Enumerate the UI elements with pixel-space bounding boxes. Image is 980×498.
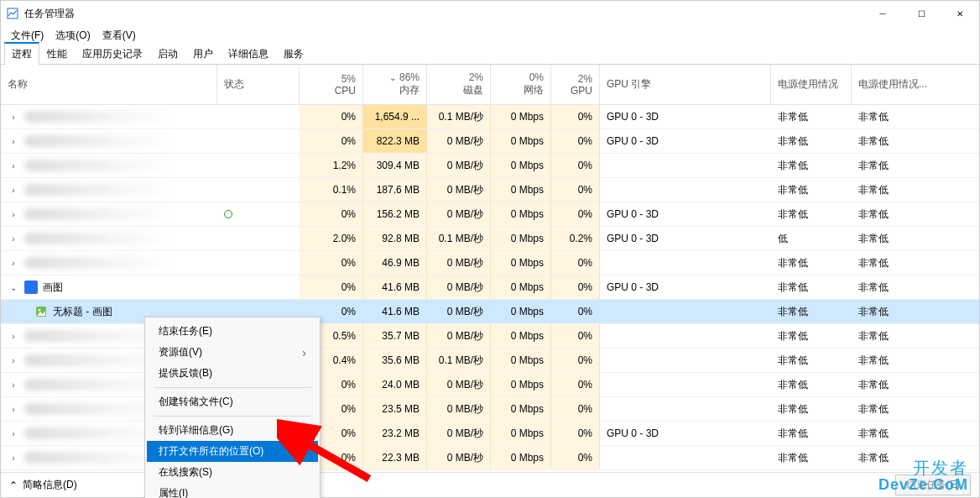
table-row[interactable]: ›1.2%309.4 MB0 MB/秒0 Mbps0%非常低非常低 (1, 154, 979, 178)
context-menu-item[interactable]: 创建转储文件(C) (147, 391, 318, 412)
expand-icon[interactable]: › (8, 356, 19, 365)
disk-cell: 0 MB/秒 (427, 251, 491, 275)
power-cell: 非常低 (771, 251, 852, 275)
power-cell: 非常低 (771, 300, 852, 323)
cpu-cell: 0% (300, 251, 363, 275)
header-name[interactable]: 名称 (1, 65, 217, 104)
gpu-cell: 0% (551, 129, 600, 153)
tab-startup[interactable]: 启动 (150, 43, 185, 65)
power-trend-cell: 非常低 (852, 446, 951, 469)
tab-processes[interactable]: 进程 (4, 42, 39, 65)
titlebar[interactable]: 任务管理器 ─ ☐ ✕ (1, 1, 979, 26)
gpu-engine-cell (600, 349, 771, 372)
gpu-engine-cell: GPU 0 - 3D (600, 202, 771, 226)
expand-icon[interactable]: › (8, 259, 19, 268)
header-disk[interactable]: 2%磁盘 (427, 65, 491, 104)
network-cell: 0 Mbps (491, 251, 551, 275)
header-gpu-engine[interactable]: GPU 引擎 (600, 65, 771, 104)
table-row[interactable]: ›0%46.9 MB0 MB/秒0 Mbps0%非常低非常低 (1, 251, 979, 275)
maximize-button[interactable]: ☐ (902, 1, 941, 26)
menu-item-label: 转到详细信息(G) (159, 423, 233, 438)
power-cell: 非常低 (771, 178, 852, 202)
cpu-cell: 2.0% (300, 227, 363, 250)
end-task-button[interactable]: 结束任务(E) (895, 474, 971, 495)
header-cpu[interactable]: 5%CPU (300, 65, 363, 104)
power-cell: 非常低 (771, 105, 852, 128)
expand-icon[interactable]: › (8, 210, 19, 219)
expand-icon[interactable]: › (8, 137, 19, 146)
expand-icon[interactable]: › (8, 332, 19, 341)
header-gpu[interactable]: 2%GPU (551, 65, 600, 104)
expand-icon[interactable]: › (8, 405, 19, 414)
memory-cell: 41.6 MB (363, 300, 427, 323)
power-trend-cell: 非常低 (852, 202, 951, 226)
status-cell (217, 202, 300, 226)
table-row[interactable]: ›0%822.3 MB0 MB/秒0 Mbps0%GPU 0 - 3D非常低非常… (1, 129, 979, 154)
power-trend-cell: 非常低 (852, 397, 951, 421)
menu-options[interactable]: 选项(O) (50, 27, 95, 45)
power-trend-cell: 非常低 (852, 178, 951, 202)
tab-services[interactable]: 服务 (276, 43, 311, 65)
paint-app-icon (24, 280, 38, 294)
context-menu-item[interactable]: 转到详细信息(G) (147, 420, 318, 441)
context-menu-item[interactable]: 结束任务(E) (147, 321, 318, 342)
disk-cell: 0.1 MB/秒 (427, 349, 491, 372)
table-row[interactable]: ⌄画图0%41.6 MB0 MB/秒0 Mbps0%GPU 0 - 3D非常低非… (1, 275, 979, 300)
redacted-name (24, 208, 175, 220)
header-power[interactable]: 电源使用情况 (771, 65, 852, 104)
disk-cell: 0 MB/秒 (427, 324, 491, 348)
header-memory[interactable]: 86%内存 (363, 65, 427, 104)
tab-app-history[interactable]: 应用历史记录 (75, 43, 150, 65)
gpu-engine-cell (600, 373, 771, 396)
tab-performance[interactable]: 性能 (39, 43, 75, 65)
context-menu-item[interactable]: 属性(I) (147, 483, 318, 498)
network-cell: 0 Mbps (491, 275, 551, 299)
expand-icon[interactable]: › (8, 186, 19, 195)
status-cell (217, 178, 300, 202)
tab-details[interactable]: 详细信息 (221, 43, 276, 65)
gpu-cell: 0% (551, 275, 600, 299)
gpu-cell: 0% (551, 202, 600, 226)
column-headers: 名称 状态 5%CPU 86%内存 2%磁盘 0%网络 2%GPU GPU 引擎… (1, 65, 979, 105)
power-trend-cell: 非常低 (852, 105, 951, 128)
context-menu-item[interactable]: 资源值(V) (147, 342, 318, 363)
process-name-cell: › (1, 129, 217, 153)
fewer-details-button[interactable]: ⌃ 简略信息(D) (9, 478, 77, 492)
table-row[interactable]: ›0%156.2 MB0 MB/秒0 Mbps0%GPU 0 - 3D非常低非常… (1, 202, 979, 227)
gpu-cell: 0.2% (551, 227, 600, 250)
context-menu-item[interactable]: 打开文件所在的位置(O) (147, 441, 318, 462)
context-menu-item[interactable]: 提供反馈(B) (147, 363, 318, 384)
close-button[interactable]: ✕ (941, 1, 979, 26)
app-name-label: 画图 (43, 280, 63, 295)
network-cell: 0 Mbps (491, 202, 551, 226)
memory-cell: 309.4 MB (363, 154, 427, 177)
expand-icon[interactable]: › (8, 453, 19, 463)
menu-view[interactable]: 查看(V) (97, 27, 141, 45)
process-name-cell: › (1, 202, 217, 226)
table-row[interactable]: ›2.0%92.8 MB0.1 MB/秒0 Mbps0.2%GPU 0 - 3D… (1, 227, 979, 251)
expand-icon[interactable]: › (8, 380, 19, 390)
table-row[interactable]: ›0%1,654.9 ...0.1 MB/秒0 Mbps0%GPU 0 - 3D… (1, 105, 979, 129)
header-network[interactable]: 0%网络 (491, 65, 551, 104)
collapse-icon[interactable]: ⌄ (8, 283, 19, 292)
tab-users[interactable]: 用户 (185, 43, 221, 65)
table-row[interactable]: ›0.1%187.6 MB0 MB/秒0 Mbps0%非常低非常低 (1, 178, 979, 202)
gpu-engine-cell: GPU 0 - 3D (600, 227, 771, 250)
menubar: 文件(F) 选项(O) 查看(V) (1, 26, 979, 45)
status-cell (217, 129, 300, 153)
header-power-trend[interactable]: 电源使用情况... (852, 65, 951, 104)
minimize-button[interactable]: ─ (863, 1, 902, 26)
header-status[interactable]: 状态 (217, 65, 300, 104)
expand-icon[interactable]: › (8, 429, 19, 438)
power-trend-cell: 非常低 (852, 251, 951, 275)
expand-icon[interactable]: › (8, 161, 19, 170)
gpu-engine-cell: GPU 0 - 3D (600, 129, 771, 153)
network-cell: 0 Mbps (491, 397, 551, 421)
memory-cell: 46.9 MB (363, 251, 427, 275)
context-menu-item[interactable]: 在线搜索(S) (147, 462, 318, 483)
expand-icon[interactable]: › (8, 113, 19, 122)
expand-icon[interactable]: › (8, 234, 19, 244)
menu-separator (154, 416, 311, 417)
gpu-engine-cell (600, 154, 771, 177)
memory-cell: 35.6 MB (363, 349, 427, 372)
